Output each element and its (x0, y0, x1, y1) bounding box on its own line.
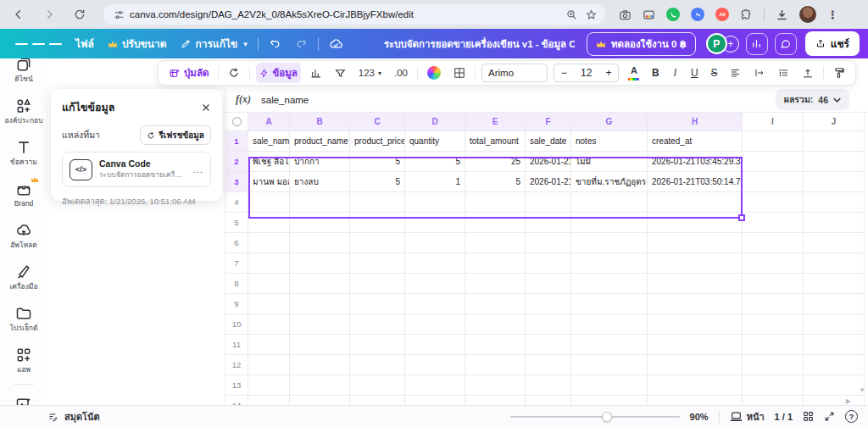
letter-spacing-button[interactable] (798, 65, 817, 81)
help-button[interactable]: ? (845, 410, 858, 423)
zoom-level[interactable]: 90% (690, 412, 709, 422)
cell-E1[interactable]: total_amount (465, 131, 526, 152)
cell-G3[interactable]: ขายที่ม.ราชภัฏอุตรดิตถ์ (571, 172, 648, 192)
column-header-J[interactable]: J (804, 113, 865, 131)
cell-H3[interactable]: 2026-01-21T03:50:14.750Z (648, 172, 743, 192)
cell-A8[interactable] (248, 274, 290, 294)
cell-B7[interactable] (290, 253, 350, 274)
cell-F4[interactable] (526, 192, 571, 213)
bold-button[interactable]: B (648, 67, 662, 79)
bookmark-star-icon[interactable] (586, 9, 597, 20)
cell-J14[interactable] (804, 396, 865, 405)
cell-F5[interactable] (526, 213, 571, 233)
sidebar-item-ข้อความ[interactable]: ข้อความ (0, 131, 47, 173)
cell-C8[interactable] (350, 274, 405, 294)
data-source-card[interactable]: </> Canva Code ระบบจัดการยอดขายเครื่องเข… (62, 152, 211, 187)
cell-A10[interactable] (248, 314, 290, 335)
zoom-slider[interactable] (510, 416, 680, 418)
grid-view-button[interactable] (803, 411, 814, 422)
underline-button[interactable]: U (687, 67, 701, 79)
document-title[interactable]: ระบบจัดการยอดขายเครื่องเขียน v1 - ข้อมูล… (384, 36, 575, 52)
insert-chart-button[interactable] (307, 65, 326, 81)
cell-B6[interactable] (290, 233, 350, 253)
page-view-button[interactable]: หน้า (730, 409, 765, 424)
resize-button[interactable]: ปรับขนาด (101, 31, 174, 56)
cell-F10[interactable] (526, 314, 571, 335)
cell-H5[interactable] (648, 213, 743, 233)
browser-menu-icon[interactable]: ⋮ (827, 8, 838, 21)
row-header-11[interactable]: 11 (225, 335, 248, 355)
cell-H12[interactable] (648, 355, 743, 375)
cell-G10[interactable] (571, 314, 648, 335)
cell-D4[interactable] (405, 192, 465, 213)
cell-J6[interactable] (804, 233, 865, 253)
cell-B8[interactable] (290, 274, 350, 294)
cell-G13[interactable] (571, 375, 648, 396)
cell-E7[interactable] (465, 253, 526, 274)
cell-G2[interactable]: ไม่มี (571, 152, 648, 172)
cell-D14[interactable] (405, 396, 465, 405)
share-button[interactable]: แชร์ (805, 31, 860, 56)
column-header-E[interactable]: E (465, 113, 526, 131)
text-wrap-button[interactable] (750, 65, 769, 80)
row-header-8[interactable]: 8 (225, 274, 248, 294)
blue-extension-icon[interactable] (691, 8, 704, 21)
downloads-icon[interactable] (776, 8, 788, 21)
cell-F6[interactable] (526, 233, 571, 253)
cell-H8[interactable] (648, 274, 743, 294)
cell-G12[interactable] (571, 355, 648, 375)
cell-D3[interactable]: 1 (405, 172, 465, 192)
sidebar-item-Magic Media[interactable]: Magic Media (0, 388, 47, 405)
cell-J10[interactable] (804, 314, 865, 335)
sidebar-item-Brand[interactable]: Brand (0, 173, 47, 214)
cell-I6[interactable] (743, 233, 804, 253)
scroll-down-icon[interactable]: ▼ (859, 386, 865, 394)
row-header-6[interactable]: 6 (225, 233, 248, 253)
column-header-I[interactable]: I (743, 113, 804, 131)
cell-J13[interactable] (804, 375, 865, 396)
cell-D5[interactable] (405, 213, 465, 233)
notebook-button[interactable]: สมุดโน้ต (47, 409, 100, 424)
cell-G5[interactable] (571, 213, 648, 233)
cell-B2[interactable]: ปากกา (290, 152, 350, 172)
reapply-button[interactable] (225, 64, 243, 81)
borders-button[interactable] (450, 64, 469, 81)
cell-F7[interactable] (526, 253, 571, 274)
sidebar-item-องค์ประกอบ[interactable]: องค์ประกอบ (0, 90, 47, 131)
cell-H6[interactable] (648, 233, 743, 253)
zoom-slider-knob[interactable] (602, 412, 612, 422)
cell-H9[interactable] (648, 294, 743, 314)
browser-profile-avatar[interactable] (799, 6, 816, 23)
sidebar-item-อัพโหลด[interactable]: อัพโหลด (0, 214, 47, 256)
cell-D6[interactable] (405, 233, 465, 253)
cell-I9[interactable] (743, 294, 804, 314)
column-header-H[interactable]: H (648, 113, 743, 131)
cell-C5[interactable] (350, 213, 405, 233)
cell-D1[interactable]: quantity (405, 131, 465, 152)
cell-E10[interactable] (465, 314, 526, 335)
cell-F8[interactable] (526, 274, 571, 294)
cell-F3[interactable]: 2026-01-21 (526, 172, 571, 192)
copy-style-button[interactable] (830, 64, 849, 81)
sum-dropdown[interactable]: ผลรวม:46 (776, 89, 849, 110)
screenshot-extension-icon[interactable] (619, 8, 632, 21)
cell-A11[interactable] (248, 335, 290, 355)
cell-E6[interactable] (465, 233, 526, 253)
cell-E14[interactable] (465, 396, 526, 405)
cell-E3[interactable]: 5 (465, 172, 526, 192)
zoom-page-icon[interactable] (566, 9, 577, 20)
cell-I14[interactable] (743, 396, 804, 405)
cell-E11[interactable] (465, 335, 526, 355)
cell-A3[interactable]: มานพ มอส (248, 172, 290, 192)
cell-F1[interactable]: sale_date (526, 131, 571, 152)
red-extension-icon[interactable]: AII (715, 8, 729, 21)
row-header-5[interactable]: 5 (225, 213, 248, 233)
cell-D2[interactable]: 5 (405, 152, 465, 172)
cell-D7[interactable] (405, 253, 465, 274)
column-header-B[interactable]: B (290, 113, 350, 131)
cell-F12[interactable] (526, 355, 571, 375)
cell-B3[interactable]: ยางลบ (290, 172, 350, 192)
cell-A14[interactable] (248, 396, 290, 405)
cell-H13[interactable] (648, 375, 743, 396)
cell-G14[interactable] (571, 396, 648, 405)
